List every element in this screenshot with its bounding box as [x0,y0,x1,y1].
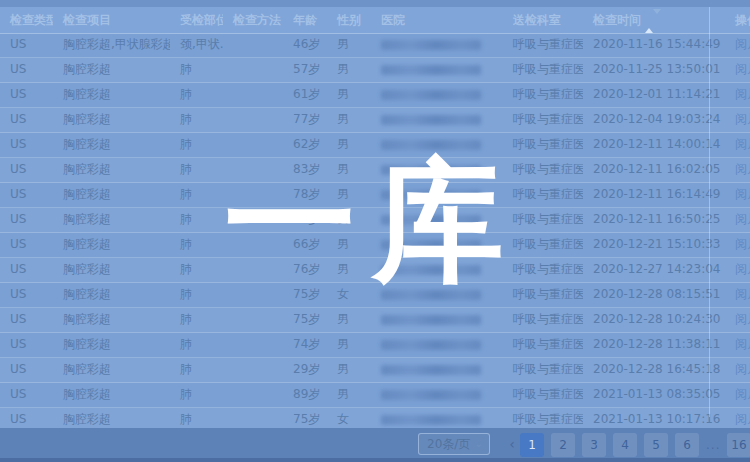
table-row[interactable]: US 胸腔彩超 肺 61岁 男 呼吸与重症医... 2020-12-01 11:… [0,83,750,108]
cell-exam-method [223,258,283,282]
cell-action: 阅片 [725,308,750,332]
cell-exam-method [223,358,283,382]
cell-exam-time: 2021-01-13 08:35:05 [583,383,725,407]
sort-ascending-icon[interactable] [645,14,653,33]
table-row[interactable]: US 胸腔彩超 肺 57岁 男 呼吸与重症医... 2020-11-25 13:… [0,58,750,83]
cell-exam-method [223,33,283,57]
table-row[interactable]: US 胸腔彩超 肺 62岁 男 呼吸与重症医... 2020-12-11 14:… [0,133,750,158]
view-film-link[interactable]: 阅片 [735,262,750,276]
table-row[interactable]: US 胸腔彩超 肺 66岁 男 呼吸与重症医... 2020-12-21 15:… [0,233,750,258]
cell-exam-time: 2020-12-01 11:14:21 [583,83,725,107]
view-film-link[interactable]: 阅片 [735,387,750,401]
header-body-part: 受检部位 [170,7,223,33]
table-row[interactable]: US 胸腔彩超 肺 89岁 男 呼吸与重症医... 2021-01-13 08:… [0,383,750,408]
header-age: 年龄 [283,7,327,33]
exam-list-screen: 检查类型 检查项目 受检部位 检查方法 年龄 性别 医院 送检科室 检查时间 操… [0,0,750,462]
cell-body-part: 肺 [170,108,223,132]
cell-exam-time: 2020-11-16 15:44:49 [583,33,725,57]
cell-exam-method [223,208,283,232]
cell-exam-type: US [0,258,53,282]
view-film-link[interactable]: 阅片 [735,112,750,126]
cell-exam-method [223,108,283,132]
cell-department: 呼吸与重症医... [503,358,583,382]
table-row[interactable]: US 胸腔彩超 肺 29岁 男 呼吸与重症医... 2020-12-28 16:… [0,358,750,383]
view-film-link[interactable]: 阅片 [735,87,750,101]
redacted-hospital-name [381,265,481,275]
view-film-link[interactable]: 阅片 [735,212,750,226]
view-film-link[interactable]: 阅片 [735,312,750,326]
page-button-3[interactable]: 3 [582,433,606,457]
redacted-hospital-name [381,340,481,350]
cell-exam-item: 胸腔彩超 [53,233,170,257]
redacted-hospital-name [381,390,481,400]
cell-gender: 女 [327,208,371,232]
cell-exam-method [223,333,283,357]
table-row[interactable]: US 胸腔彩超,甲状腺彩超 颈,甲状... 46岁 男 呼吸与重症医... 20… [0,33,750,58]
page-button-16[interactable]: 16 [727,433,750,457]
cell-exam-item: 胸腔彩超 [53,133,170,157]
cell-age: 61岁 [283,83,327,107]
sort-caret-icon[interactable] [645,8,661,34]
table-row[interactable]: US 胸腔彩超 肺 78岁 男 呼吸与重症医... 2020-12-11 16:… [0,183,750,208]
page-size-select[interactable]: 20条/页 ⌄ [418,433,490,455]
view-film-link[interactable]: 阅片 [735,337,750,351]
redacted-hospital-name [381,415,481,425]
page-button-5[interactable]: 5 [644,433,668,457]
cell-action: 阅片 [725,358,750,382]
redacted-hospital-name [381,115,481,125]
sort-descending-icon[interactable] [653,9,661,28]
cell-exam-time: 2020-12-28 08:15:51 [583,283,725,307]
page-button-4[interactable]: 4 [613,433,637,457]
table-row[interactable]: US 胸腔彩超 肺 75岁 男 呼吸与重症医... 2020-12-28 10:… [0,308,750,333]
table-header: 检查类型 检查项目 受检部位 检查方法 年龄 性别 医院 送检科室 检查时间 操… [0,7,750,34]
cell-body-part: 肺 [170,133,223,157]
table-row[interactable]: US 胸腔彩超 肺 83岁 男 呼吸与重症医... 2020-12-11 16:… [0,158,750,183]
previous-page-button[interactable]: ‹ [502,433,522,457]
view-film-link[interactable]: 阅片 [735,237,750,251]
cell-gender: 男 [327,58,371,82]
cell-department: 呼吸与重症医... [503,108,583,132]
header-gender: 性别 [327,7,371,33]
cell-age: 76岁 [283,258,327,282]
cell-exam-time: 2020-12-28 10:24:30 [583,308,725,332]
table-row[interactable]: US 胸腔彩超 肺 74岁 男 呼吸与重症医... 2020-12-28 11:… [0,333,750,358]
header-exam-time[interactable]: 检查时间 [583,7,725,33]
cell-hospital [371,258,503,282]
table-row[interactable]: US 胸腔彩超 肺 77岁 男 呼吸与重症医... 2020-12-04 19:… [0,108,750,133]
cell-hospital [371,233,503,257]
cell-exam-method [223,83,283,107]
view-film-link[interactable]: 阅片 [735,62,750,76]
page-button-2[interactable]: 2 [551,433,575,457]
table-body: US 胸腔彩超,甲状腺彩超 颈,甲状... 46岁 男 呼吸与重症医... 20… [0,33,750,433]
cell-exam-method [223,383,283,407]
cell-department: 呼吸与重症医... [503,33,583,57]
cell-hospital [371,358,503,382]
view-film-link[interactable]: 阅片 [735,362,750,376]
table-row[interactable]: US 胸腔彩超 肺 75岁 女 呼吸与重症医... 2020-12-28 08:… [0,283,750,308]
page-button-6[interactable]: 6 [675,433,699,457]
cell-department: 呼吸与重症医... [503,383,583,407]
view-film-link[interactable]: 阅片 [735,162,750,176]
cell-exam-type: US [0,183,53,207]
cell-hospital [371,333,503,357]
cell-exam-type: US [0,58,53,82]
cell-exam-time: 2020-12-11 16:02:05 [583,158,725,182]
table-row[interactable]: US 胸腔彩超 肺 76岁 女 呼吸与重症医... 2020-12-11 16:… [0,208,750,233]
cell-exam-item: 胸腔彩超 [53,308,170,332]
view-film-link[interactable]: 阅片 [735,137,750,151]
view-film-link[interactable]: 阅片 [735,412,750,426]
cell-exam-item: 胸腔彩超 [53,58,170,82]
cell-gender: 男 [327,358,371,382]
view-film-link[interactable]: 阅片 [735,37,750,51]
cell-exam-method [223,233,283,257]
top-strip [0,0,750,7]
page-button-1[interactable]: 1 [520,433,544,457]
view-film-link[interactable]: 阅片 [735,187,750,201]
cell-hospital [371,58,503,82]
cell-action: 阅片 [725,158,750,182]
table-row[interactable]: US 胸腔彩超 肺 76岁 男 呼吸与重症医... 2020-12-27 14:… [0,258,750,283]
cell-age: 46岁 [283,33,327,57]
page-buttons: 123456...16 [520,433,750,457]
cell-body-part: 肺 [170,158,223,182]
view-film-link[interactable]: 阅片 [735,287,750,301]
